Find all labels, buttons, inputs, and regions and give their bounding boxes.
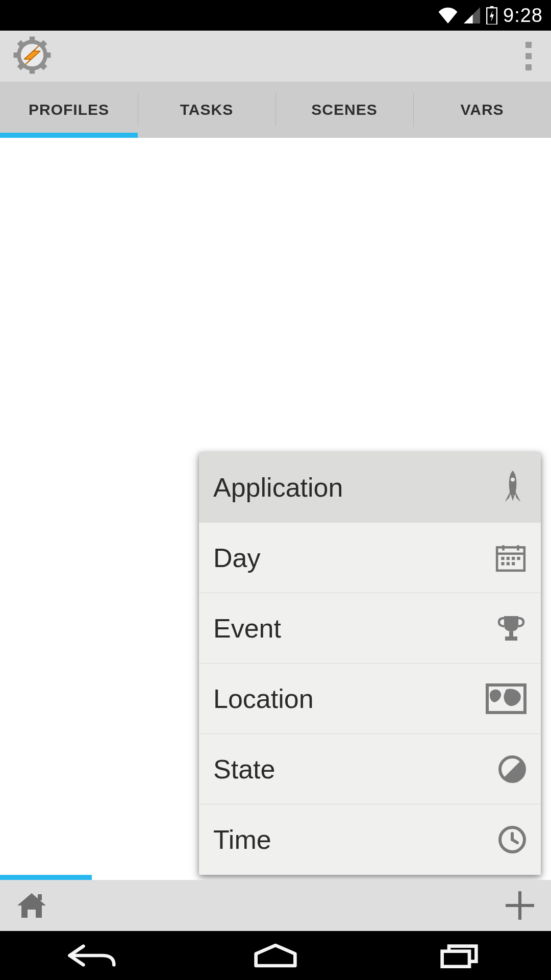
svg-rect-3 <box>30 37 35 43</box>
action-bar <box>0 31 551 82</box>
svg-rect-13 <box>497 547 524 570</box>
nav-recent-button[interactable] <box>398 942 520 969</box>
bottom-toolbar <box>0 880 551 931</box>
svg-rect-22 <box>507 562 510 565</box>
map-icon <box>486 683 527 715</box>
menu-item-label: Location <box>213 683 314 714</box>
menu-item-label: Event <box>213 613 281 644</box>
nav-home-button[interactable] <box>214 942 337 969</box>
svg-rect-20 <box>517 556 520 559</box>
svg-rect-18 <box>507 556 510 559</box>
tab-vars[interactable]: VARS <box>413 82 551 138</box>
svg-rect-29 <box>38 894 42 900</box>
tab-label: VARS <box>460 101 504 118</box>
nav-back-button[interactable] <box>31 942 153 969</box>
half-circle-icon <box>498 755 527 783</box>
wifi-icon <box>438 7 458 23</box>
progress-indicator <box>0 875 92 880</box>
menu-item-application[interactable]: Application <box>199 452 541 523</box>
trophy-icon <box>496 613 527 644</box>
tab-indicator <box>0 133 138 138</box>
svg-rect-21 <box>501 562 504 565</box>
overflow-menu-button[interactable] <box>516 41 541 71</box>
tab-scenes[interactable]: SCENES <box>276 82 413 138</box>
tab-label: PROFILES <box>29 101 109 118</box>
tab-bar: PROFILES TASKS SCENES VARS <box>0 82 551 138</box>
battery-icon <box>486 6 498 24</box>
home-button[interactable] <box>15 891 48 920</box>
menu-item-label: Time <box>213 824 271 855</box>
tab-label: SCENES <box>311 101 377 118</box>
menu-item-event[interactable]: Event <box>199 593 541 664</box>
menu-item-day[interactable]: Day <box>199 523 541 593</box>
menu-item-state[interactable]: State <box>199 734 541 804</box>
screen: 9:28 PROFILES TASKS SCENES <box>0 0 551 980</box>
svg-rect-17 <box>501 556 504 559</box>
add-button[interactable] <box>504 890 536 921</box>
svg-point-12 <box>511 477 515 481</box>
svg-rect-25 <box>505 636 517 641</box>
svg-rect-19 <box>512 556 515 559</box>
menu-item-location[interactable]: Location <box>199 664 541 734</box>
svg-rect-24 <box>509 631 513 636</box>
svg-rect-1 <box>490 6 494 8</box>
rocket-icon <box>499 471 527 504</box>
svg-rect-23 <box>512 562 515 565</box>
svg-rect-5 <box>14 53 20 58</box>
tab-profiles[interactable]: PROFILES <box>0 82 138 138</box>
status-clock: 9:28 <box>503 5 543 27</box>
svg-rect-6 <box>44 53 51 58</box>
context-menu: Application Day <box>199 452 541 875</box>
clock-icon <box>498 825 527 854</box>
menu-item-label: State <box>213 754 275 785</box>
menu-item-time[interactable]: Time <box>199 804 541 875</box>
signal-icon <box>463 7 481 23</box>
calendar-icon <box>495 543 527 573</box>
status-bar: 9:28 <box>0 0 551 31</box>
svg-rect-4 <box>30 67 35 74</box>
menu-item-label: Day <box>213 543 260 573</box>
tab-tasks[interactable]: TASKS <box>138 82 276 138</box>
svg-rect-32 <box>442 951 469 967</box>
app-logo-icon <box>12 35 52 77</box>
tab-label: TASKS <box>180 101 233 118</box>
content-area: Application Day <box>0 138 551 880</box>
navigation-bar <box>0 931 551 980</box>
menu-item-label: Application <box>213 472 343 503</box>
